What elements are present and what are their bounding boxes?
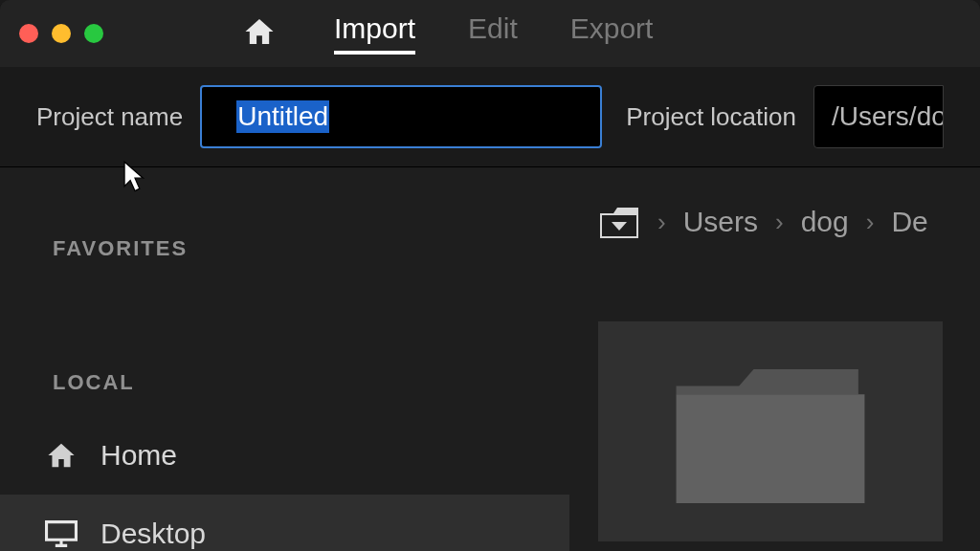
project-location-input[interactable]: /Users/dog/De bbox=[813, 85, 944, 148]
project-bar: Project name Untitled Project location /… bbox=[0, 67, 980, 167]
project-name-label: Project name bbox=[36, 102, 183, 132]
main-panel: › Users › dog › De bbox=[569, 167, 980, 551]
local-heading: LOCAL bbox=[0, 338, 569, 416]
tab-edit[interactable]: Edit bbox=[468, 12, 518, 55]
window-controls bbox=[19, 24, 103, 43]
mode-tabs: Import Edit Export bbox=[334, 12, 653, 55]
sidebar-item-home[interactable]: Home bbox=[0, 416, 569, 495]
sidebar-item-label: Desktop bbox=[100, 518, 206, 550]
maximize-window-button[interactable] bbox=[84, 24, 103, 43]
app-window: Import Edit Export Project name Untitled… bbox=[0, 0, 980, 551]
project-name-input[interactable]: Untitled bbox=[200, 85, 602, 148]
chevron-right-icon: › bbox=[657, 208, 666, 237]
tab-import[interactable]: Import bbox=[334, 12, 415, 55]
breadcrumb-segment[interactable]: dog bbox=[801, 206, 849, 238]
minimize-window-button[interactable] bbox=[52, 24, 71, 43]
monitor-icon bbox=[43, 516, 79, 551]
close-window-button[interactable] bbox=[19, 24, 38, 43]
sidebar-item-desktop[interactable]: Desktop bbox=[0, 495, 569, 551]
project-name-value: Untitled bbox=[236, 100, 329, 133]
home-icon bbox=[43, 437, 79, 474]
breadcrumb-segment[interactable]: Users bbox=[683, 206, 758, 238]
body: FAVORITES LOCAL Home Desktop bbox=[0, 167, 980, 551]
favorites-heading: FAVORITES bbox=[0, 198, 569, 338]
folder-dropdown-icon[interactable] bbox=[598, 204, 640, 240]
project-location-value: /Users/dog/De bbox=[832, 101, 944, 132]
sidebar: FAVORITES LOCAL Home Desktop bbox=[0, 167, 569, 551]
breadcrumb-segment[interactable]: De bbox=[891, 206, 927, 238]
breadcrumb: › Users › dog › De bbox=[598, 204, 980, 240]
folder-thumbnail[interactable] bbox=[598, 321, 943, 541]
titlebar: Import Edit Export bbox=[0, 0, 980, 67]
chevron-right-icon: › bbox=[866, 208, 875, 237]
home-icon[interactable] bbox=[242, 16, 277, 51]
folder-icon bbox=[665, 348, 876, 516]
chevron-right-icon: › bbox=[775, 208, 784, 237]
project-location-label: Project location bbox=[626, 102, 796, 132]
tab-export[interactable]: Export bbox=[570, 12, 654, 55]
sidebar-item-label: Home bbox=[100, 439, 177, 472]
